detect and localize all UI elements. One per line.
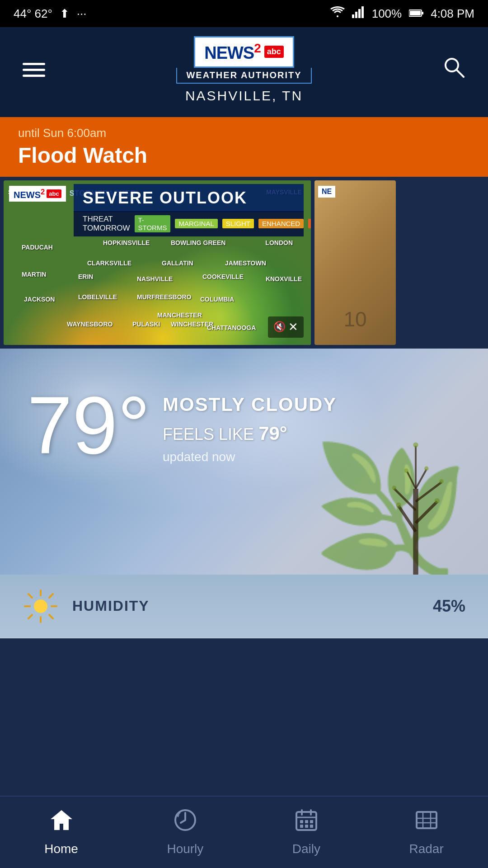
svg-line-29 [49,615,53,618]
svg-point-18 [435,498,440,503]
city-columbia-2: COLUMBIA [200,296,234,303]
weather-info: MOSTLY CLOUDY FEELS LIKE 79° updated now [163,394,337,464]
svg-rect-5 [410,11,421,15]
city-gallatin: GALLATIN [162,259,193,267]
humidity-value: 45% [433,597,465,616]
svg-rect-0 [352,14,354,18]
severe-headline: SEVERE OUTLOOK [74,184,304,212]
weather-condition: MOSTLY CLOUDY [163,394,337,415]
thermometer-display: 10 [319,307,391,331]
close-icon: ✕ [288,320,298,334]
city-martin: MARTIN [22,271,46,278]
svg-rect-6 [422,12,423,14]
hourly-icon [174,808,197,837]
city-jamestown: JAMESTOWN [225,259,266,267]
upload-icon: ⬆ [60,7,70,21]
weather-updated: updated now [163,450,337,464]
city-pulaski: PULASKI [132,321,160,328]
tree-silhouette-svg [352,403,479,575]
city-hopkinsville: HOPKINSVILLE [103,239,150,246]
card-logo-abc: abc [47,189,61,198]
weather-feels-like: FEELS LIKE 79° [163,423,337,444]
svg-rect-42 [300,820,303,823]
status-bar: 44° 62° ⬆ ··· 100% [0,0,488,27]
news-carousel[interactable]: ST. LOUIS MAYSVILLE PADUCAH HOPKINSVILLE… [0,177,488,349]
status-left: 44° 62° ⬆ ··· [14,7,87,21]
city-lobelville: LOBELVILLE [78,293,117,301]
nav-item-home[interactable]: Home [31,804,92,861]
humidity-left: HUMIDITY [23,588,150,624]
city-nashville: NASHVILLE [137,275,173,283]
svg-line-15 [416,469,427,489]
details-section: HUMIDITY 45% [0,575,488,638]
svg-line-36 [181,820,185,823]
city-cookeville: COOKEVILLE [202,273,244,280]
news-card-secondary[interactable]: NE 10 [314,180,396,345]
city-paducah: PADUCAH [22,244,53,251]
city-erin: ERIN [78,273,93,280]
news-card-main[interactable]: ST. LOUIS MAYSVILLE PADUCAH HOPKINSVILLE… [4,180,311,345]
bottom-navigation: Home Hourly [0,796,488,868]
threat-bar: THREAT TOMORROW T-STORMS MARGINAL SLIGHT… [74,211,304,236]
battery-percent: 100% [372,7,402,21]
city-knoxville: KNOXVILLE [266,275,302,283]
city-name: NASHVILLE, TN [185,88,303,104]
alert-banner[interactable]: until Sun 6:00am Flood Watch [0,117,488,177]
svg-rect-48 [417,812,436,828]
weather-section: 🌿 79° MOSTLY CLOUDY FEELS LIKE 79° updat… [0,349,488,575]
svg-point-22 [424,466,429,471]
svg-point-20 [439,479,444,484]
nav-item-radar[interactable]: Radar [396,804,457,861]
nav-item-daily[interactable]: Daily [279,804,334,861]
logo-subtitle: WEATHER AUTHORITY [176,68,311,84]
logo-box: NEWS2 abc [194,36,294,68]
status-dots: ··· [77,7,87,21]
svg-rect-44 [310,820,313,823]
city-jackson: JACKSON [24,296,55,303]
svg-rect-3 [361,6,364,18]
nav-item-hourly[interactable]: Hourly [153,804,217,861]
sun-icon [23,588,59,624]
city-bowlinggreen: BOWLING GREEN [171,239,225,246]
svg-rect-45 [300,825,303,828]
humidity-row: HUMIDITY 45% [0,575,488,638]
city-london: LONDON [265,239,293,246]
svg-line-8 [457,70,464,77]
city-waynesboro: WAYNESBORO [67,321,113,328]
nav-label-daily: Daily [292,842,320,856]
alert-until: until Sun 6:00am [18,126,470,140]
menu-button[interactable] [18,58,50,81]
logo-abc: abc [264,46,284,58]
status-temps: 44° 62° [14,7,52,21]
search-button[interactable] [438,52,470,88]
alert-title: Flood Watch [18,143,470,168]
svg-line-11 [416,501,437,523]
city-murfreesboro: MURFREESBORO [137,293,192,301]
svg-point-32 [34,599,47,613]
wifi-icon [330,6,345,21]
daily-icon [295,808,318,837]
svg-line-31 [28,615,32,618]
mute-button[interactable]: 🔇 ✕ [268,316,304,338]
logo-news2: NEWS2 [204,41,261,63]
svg-point-17 [396,502,401,507]
humidity-label: HUMIDITY [72,598,150,614]
svg-point-23 [413,442,418,447]
logo-area: NEWS2 abc WEATHER AUTHORITY NASHVILLE, T… [176,36,311,104]
svg-marker-33 [51,810,72,830]
signal-icon [352,6,365,21]
home-icon [50,808,73,837]
status-right: 100% 4:08 PM [330,6,474,21]
svg-line-30 [49,594,53,598]
svg-rect-47 [310,825,313,828]
svg-line-28 [28,594,32,598]
svg-point-21 [404,468,408,473]
svg-line-14 [407,472,416,489]
svg-point-19 [392,486,397,490]
app-header: NEWS2 abc WEATHER AUTHORITY NASHVILLE, T… [0,27,488,117]
radar-icon [415,808,438,837]
svg-rect-1 [355,12,357,18]
svg-rect-2 [358,9,361,18]
volume-icon: 🔇 [273,321,286,333]
nav-label-hourly: Hourly [167,842,203,856]
